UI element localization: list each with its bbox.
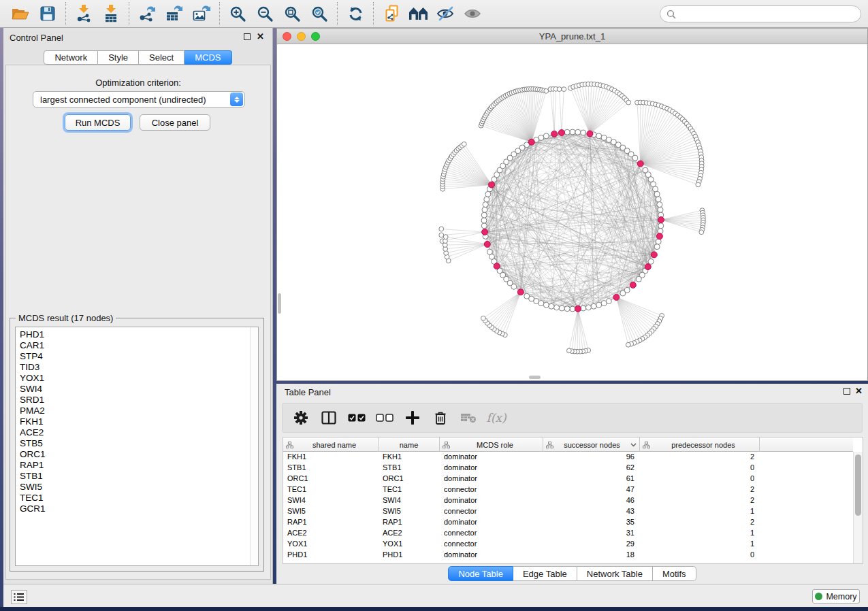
network-window-titlebar[interactable]: YPA_prune.txt_1 <box>277 29 867 44</box>
table-cell[interactable]: dominator <box>440 463 543 474</box>
select-all-button[interactable] <box>348 409 366 427</box>
import-network-button[interactable] <box>70 2 97 25</box>
close-panel-icon[interactable]: ✕ <box>257 31 264 42</box>
network-node[interactable] <box>658 207 663 212</box>
mcds-result-item[interactable]: TEC1 <box>16 493 258 503</box>
table-cell[interactable]: 1 <box>640 528 760 539</box>
network-hub-node[interactable] <box>517 289 524 295</box>
import-table-button[interactable] <box>97 2 125 25</box>
table-row[interactable]: RAP1RAP1dominator352 <box>283 517 853 528</box>
table-cell[interactable]: dominator <box>440 474 543 484</box>
task-history-button[interactable] <box>11 590 27 604</box>
network-node[interactable] <box>581 130 586 135</box>
column-header-name[interactable]: name <box>379 437 440 452</box>
table-cell[interactable]: ORC1 <box>379 474 440 484</box>
network-node[interactable] <box>591 303 596 309</box>
network-hub-node[interactable] <box>658 217 664 223</box>
network-node[interactable] <box>439 227 444 231</box>
tab-edge-table[interactable]: Edge Table <box>513 566 577 581</box>
column-header-predecessor-nodes[interactable]: predecessor nodes <box>640 437 760 452</box>
mcds-result-item[interactable]: GCR1 <box>16 503 258 514</box>
zoom-selected-button[interactable] <box>306 2 333 25</box>
network-node[interactable] <box>539 135 544 140</box>
table-cell[interactable]: 35 <box>543 517 640 528</box>
function-builder-button[interactable]: f(x) <box>487 409 505 427</box>
optimization-criterion-select[interactable]: largest connected component (undirected) <box>33 91 245 108</box>
network-hub-node[interactable] <box>587 131 593 137</box>
network-node[interactable] <box>657 202 662 208</box>
clone-network-button[interactable] <box>378 2 405 25</box>
table-row[interactable]: TEC1TEC1connector472 <box>283 484 853 495</box>
table-cell[interactable]: RAP1 <box>283 517 379 528</box>
network-hub-node[interactable] <box>651 252 657 258</box>
table-cell[interactable]: RAP1 <box>379 517 440 528</box>
network-hub-node[interactable] <box>528 139 534 145</box>
network-node[interactable] <box>653 186 658 192</box>
network-horizontal-scroll-thumb[interactable] <box>529 376 541 379</box>
table-cell[interactable]: 0 <box>640 550 760 561</box>
mcds-result-item[interactable]: SRD1 <box>16 395 258 406</box>
network-hub-node[interactable] <box>484 241 490 247</box>
network-hub-node[interactable] <box>630 282 636 288</box>
tab-mcds[interactable]: MCDS <box>184 50 231 65</box>
table-row[interactable]: ORC1ORC1dominator610 <box>283 474 853 484</box>
mcds-result-list[interactable]: PHD1CAR1STP4TID3YOX1SWI4SRD1PMA2FKH1ACE2… <box>15 327 259 566</box>
network-node[interactable] <box>654 244 660 250</box>
delete-column-button[interactable] <box>432 409 449 427</box>
table-cell[interactable]: FKH1 <box>283 452 379 463</box>
mcds-result-item[interactable]: YOX1 <box>16 373 258 384</box>
table-cell[interactable]: 43 <box>543 506 640 517</box>
network-node[interactable] <box>696 182 701 187</box>
run-mcds-button[interactable]: Run MCDS <box>65 114 131 131</box>
table-cell[interactable]: SWI4 <box>283 495 379 506</box>
table-cell[interactable]: 18 <box>543 550 640 561</box>
tab-select[interactable]: Select <box>139 50 184 65</box>
table-cell[interactable]: SWI5 <box>283 506 379 517</box>
export-network-button[interactable] <box>133 2 161 25</box>
network-node[interactable] <box>543 133 549 139</box>
table-cell[interactable]: connector <box>440 506 543 517</box>
network-node[interactable] <box>554 305 560 310</box>
mcds-result-item[interactable]: FKH1 <box>16 416 258 427</box>
tab-style[interactable]: Style <box>98 50 139 65</box>
save-session-button[interactable] <box>34 2 61 25</box>
network-node[interactable] <box>654 191 660 197</box>
float-table-panel-icon[interactable] <box>843 388 850 395</box>
open-file-button[interactable] <box>7 2 34 25</box>
network-node[interactable] <box>481 316 485 320</box>
tab-network-table[interactable]: Network Table <box>577 566 653 581</box>
table-cell[interactable]: dominator <box>440 517 543 528</box>
add-column-button[interactable] <box>404 409 421 427</box>
deselect-all-button[interactable] <box>376 409 393 427</box>
table-cell[interactable]: dominator <box>440 495 543 506</box>
table-cell[interactable]: connector <box>440 484 543 495</box>
table-row[interactable]: PHD1PHD1dominator180 <box>283 550 853 561</box>
table-cell[interactable]: 2 <box>640 517 760 528</box>
network-node[interactable] <box>559 306 564 311</box>
table-cell[interactable]: TEC1 <box>379 484 440 495</box>
table-cell[interactable]: YOX1 <box>379 539 440 550</box>
network-hub-node[interactable] <box>489 182 495 188</box>
table-cell[interactable]: PHD1 <box>283 550 379 561</box>
table-cell[interactable]: 1 <box>640 539 760 550</box>
network-node[interactable] <box>656 239 661 244</box>
table-cell[interactable]: ORC1 <box>283 474 379 484</box>
network-node[interactable] <box>656 197 661 202</box>
network-node[interactable] <box>648 259 654 264</box>
table-cell[interactable]: connector <box>440 528 543 539</box>
network-node[interactable] <box>557 87 562 92</box>
network-node[interactable] <box>632 155 638 161</box>
network-node[interactable] <box>575 129 581 135</box>
network-node[interactable] <box>487 249 492 254</box>
table-cell[interactable]: 2 <box>640 452 760 463</box>
table-settings-button[interactable] <box>292 409 310 427</box>
network-node[interactable] <box>543 302 549 308</box>
column-visibility-button[interactable] <box>320 409 338 427</box>
network-node[interactable] <box>483 202 488 208</box>
network-node[interactable] <box>585 305 591 310</box>
tab-network[interactable]: Network <box>44 50 98 65</box>
hide-selected-button[interactable] <box>432 2 460 25</box>
network-node[interactable] <box>566 348 571 353</box>
table-cell[interactable]: 29 <box>543 539 640 550</box>
table-cell[interactable]: 46 <box>543 495 640 506</box>
